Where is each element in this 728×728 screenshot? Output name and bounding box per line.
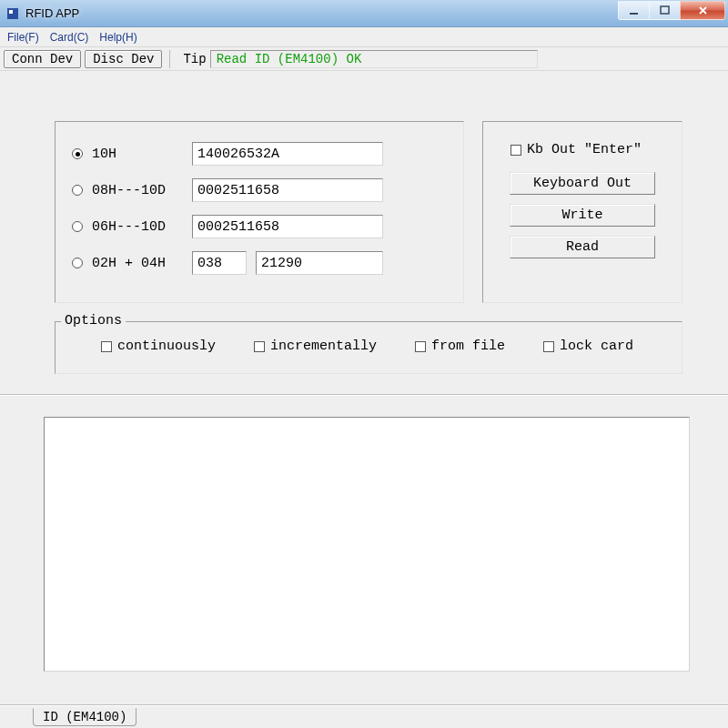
kb-out-enter-checkbox[interactable] <box>511 145 521 156</box>
window-titlebar: RFID APP <box>0 0 728 27</box>
divider <box>169 50 170 68</box>
keyboard-out-button[interactable]: Keyboard Out <box>510 172 655 195</box>
svg-rect-2 <box>630 13 638 15</box>
continuously-checkbox[interactable] <box>101 341 112 352</box>
separator <box>0 394 728 396</box>
radio-10h[interactable] <box>72 148 83 159</box>
svg-rect-1 <box>9 10 13 14</box>
output-textarea[interactable] <box>44 417 690 672</box>
radio-02h04h-label: 02H + 04H <box>92 256 183 271</box>
value-06h10d-input[interactable] <box>192 215 383 238</box>
radio-08h10d-label: 08H---10D <box>92 183 183 198</box>
action-frame: Kb Out "Enter" Keyboard Out Write Read <box>482 121 682 303</box>
options-legend: Options <box>61 313 126 329</box>
incrementally-label: incrementally <box>270 339 377 354</box>
window-maximize-button[interactable] <box>649 1 681 20</box>
radio-06h10d[interactable] <box>72 221 83 232</box>
svg-rect-3 <box>661 6 669 14</box>
continuously-label: continuously <box>117 339 216 354</box>
tip-status: Read ID (EM4100) OK <box>210 50 538 68</box>
read-button[interactable]: Read <box>510 236 655 258</box>
kb-out-enter-label: Kb Out "Enter" <box>527 142 642 157</box>
conn-dev-button[interactable]: Conn Dev <box>4 50 81 68</box>
app-icon <box>5 6 20 21</box>
menu-card[interactable]: Card(C) <box>45 29 95 46</box>
bottom-tab-id[interactable]: ID (EM4100) <box>33 708 136 726</box>
bottom-separator <box>0 704 728 706</box>
menu-bar: File(F) Card(C) Help(H) <box>0 27 728 47</box>
lock-card-checkbox[interactable] <box>543 341 554 352</box>
radio-02h04h[interactable] <box>72 258 83 268</box>
menu-help[interactable]: Help(H) <box>94 29 142 46</box>
radio-08h10d[interactable] <box>72 185 83 196</box>
disc-dev-button[interactable]: Disc Dev <box>85 50 162 68</box>
incrementally-checkbox[interactable] <box>254 341 265 352</box>
tip-label: Tip <box>183 52 206 66</box>
value-08h10d-input[interactable] <box>192 178 383 202</box>
client-area: 10H 08H---10D 06H---10D 02H + 04H Kb Out… <box>0 71 728 728</box>
value-04h-input[interactable] <box>256 251 383 275</box>
toolbar: Conn Dev Disc Dev Tip Read ID (EM4100) O… <box>0 47 728 71</box>
window-title: RFID APP <box>25 6 79 20</box>
write-button[interactable]: Write <box>510 204 655 227</box>
value-02h-input[interactable] <box>192 251 247 275</box>
format-frame: 10H 08H---10D 06H---10D 02H + 04H <box>55 121 464 303</box>
menu-file[interactable]: File(F) <box>2 29 45 46</box>
from-file-label: from file <box>431 339 505 354</box>
window-minimize-button[interactable] <box>618 1 650 20</box>
radio-10h-label: 10H <box>92 147 183 162</box>
value-10h-input[interactable] <box>192 142 383 166</box>
options-group: Options continuously incrementally from … <box>55 321 682 374</box>
radio-06h10d-label: 06H---10D <box>92 219 183 235</box>
lock-card-label: lock card <box>560 339 633 354</box>
window-close-button[interactable] <box>680 1 725 20</box>
from-file-checkbox[interactable] <box>415 341 426 352</box>
